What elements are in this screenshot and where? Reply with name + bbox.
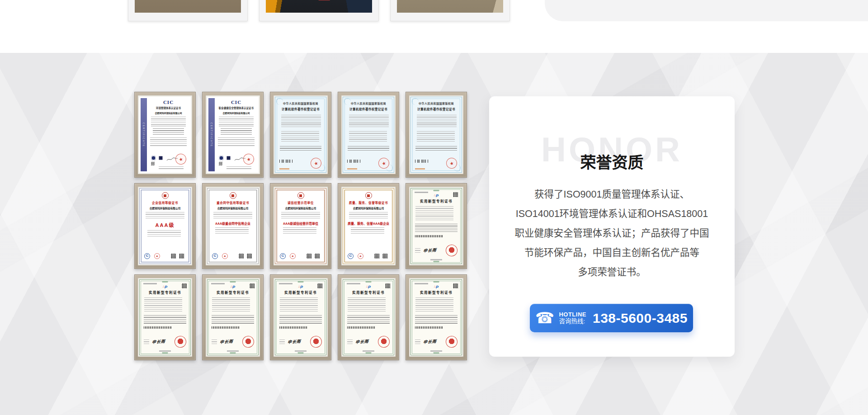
national-emblem-seal — [241, 335, 255, 348]
certificate-number — [415, 168, 425, 170]
national-emblem-seal — [445, 244, 458, 257]
qr-code — [317, 283, 322, 288]
cert-text-lines — [280, 146, 321, 152]
cert-text-lines — [150, 137, 187, 146]
qr-code — [182, 283, 187, 288]
barcode — [279, 160, 293, 163]
cnipa-logo: ∴P — [347, 285, 390, 289]
credit-logo: C — [280, 253, 286, 259]
certificate-number — [211, 283, 225, 284]
cic-logo: CIC — [148, 99, 189, 105]
commissioner-signature: 申长雨 — [151, 338, 165, 345]
cert-text-lines — [144, 315, 186, 324]
cic-logo: CIC — [216, 99, 256, 105]
honor-card: HONOR 荣誉资质 获得了ISO9001质量管理体系认证、 ISO14001环… — [489, 96, 735, 357]
certificate-title: 实用新型专利证书 — [415, 290, 458, 295]
certificate-software-copyright-3[interactable]: 中华人民共和国国家版权局 计算机软件著作权登记证书 ★ — [406, 92, 467, 178]
qr-code — [307, 254, 311, 259]
commissioner-signature: 申长雨 — [423, 338, 437, 345]
honor-description-line: 节能环保产品，中国自主创新名优产品等 — [501, 243, 723, 263]
cert-text-lines — [430, 350, 443, 352]
red-star-seal: ★ — [358, 253, 363, 259]
certificate-title: 计算机软件著作权登记证书 — [346, 107, 391, 111]
certificate-integrity-model-unit[interactable]: 诚信经营示范单位 合肥珂玛环保科技有限公司 AAA级诚信经营示范单位 C ★ — [270, 183, 331, 269]
barcode — [347, 326, 375, 329]
gallery-card-2[interactable] — [259, 0, 379, 21]
certificate-title: 实用新型专利证书 — [279, 290, 322, 295]
cert-text-lines — [415, 206, 453, 222]
construction-photo-excavation — [135, 0, 241, 13]
certificate-number — [347, 283, 360, 284]
cert-text-lines — [212, 340, 217, 345]
credit-logo: C — [144, 253, 150, 259]
national-emblem-seal — [445, 335, 458, 348]
barcode — [415, 160, 429, 163]
certificate-utility-patent-2[interactable]: ∴P 实用新型专利证书 申长雨 — [134, 274, 196, 360]
cnipa-logo: ∴P — [143, 285, 187, 289]
cert-text-lines — [347, 315, 390, 324]
honor-description-line: 职业健康安全管理体系认证；产品获得了中国 — [501, 224, 723, 243]
certificate-authority: 中华人民共和国国家版权局 — [414, 101, 458, 105]
cnipa-logo: ∴P — [211, 285, 255, 289]
cert-text-lines — [363, 350, 375, 352]
certificate-software-copyright-1[interactable]: 中华人民共和国国家版权局 计算机软件著作权登记证书 ★ — [270, 92, 331, 178]
hotline-number: 138-5600-3485 — [593, 311, 688, 326]
red-star-seal: ★ — [242, 153, 255, 165]
cert-text-lines — [279, 315, 322, 324]
certificate-software-copyright-2[interactable]: 中华人民共和国国家版权局 计算机软件著作权登记证书 ★ — [338, 92, 399, 178]
commissioner-signature: 申长雨 — [287, 338, 301, 345]
hotline-button[interactable]: ☎ HOTLINE 咨询热线: 138-5600-3485 — [530, 304, 693, 332]
cert-text-lines — [415, 146, 457, 152]
certificate-number — [279, 283, 292, 284]
qr-code — [179, 254, 184, 259]
certificate-cic-occupational-health[interactable]: CERTIFICATE CIC 职业健康安全管理体系认证证书 合肥珂玛环保科技有… — [202, 92, 264, 178]
cert-text-lines — [430, 259, 443, 260]
certificate-title: 实用新型专利证书 — [211, 290, 255, 295]
cert-text-lines — [417, 131, 455, 143]
cert-text-lines — [347, 340, 353, 345]
certificate-company: 合肥珂玛环保科技有限公司 — [279, 206, 321, 210]
cnipa-logo: ∴P — [415, 193, 458, 198]
certificate-title: 实用新型专利证书 — [347, 290, 390, 295]
gallery-card-3[interactable] — [390, 0, 510, 21]
barcode — [347, 160, 361, 163]
certificate-title: 重合同守信用等级证书 — [212, 200, 254, 205]
cert-text-lines — [415, 248, 420, 254]
certificate-number — [415, 192, 428, 193]
certificate-utility-patent-3[interactable]: ∴P 实用新型专利证书 申长雨 — [202, 274, 264, 360]
red-star-seal: ★ — [310, 157, 322, 170]
certificate-title: 质量、服务、信誉等级证书 — [347, 200, 389, 205]
certificate-contract-trustworthy[interactable]: 重合同守信用等级证书 合肥珂玛环保科技有限公司 AAA级重合同守信用企业 C ★ — [202, 183, 264, 269]
barcode — [279, 326, 307, 329]
certification-mark-logo — [158, 156, 163, 160]
credit-logo: C — [348, 253, 354, 259]
certificate-cic-environment[interactable]: CERTIFICATE CIC 环境管理体系认证证书 合肥珂玛环保科技有限公司 … — [134, 92, 196, 178]
certificate-utility-patent-4[interactable]: ∴P 实用新型专利证书 申长雨 — [270, 274, 331, 360]
gallery-card-1[interactable] — [128, 0, 248, 21]
certificate-company: 合肥珂玛环保科技有限公司 — [212, 206, 254, 210]
previous-section-panel — [545, 0, 868, 21]
national-emblem-seal — [309, 335, 322, 348]
hotline-label-en: HOTLINE — [559, 311, 586, 318]
certificate-grade: AAA级 — [143, 221, 187, 228]
cert-text-lines — [212, 315, 254, 324]
national-emblem-seal — [377, 335, 390, 348]
certificate-quality-service-reputation[interactable]: 质量、服务、信誉等级证书 合肥珂玛环保科技有限公司 质量、服务、信誉AAA级企业… — [338, 183, 399, 269]
cert-text-lines — [281, 212, 320, 220]
qr-code — [453, 192, 458, 197]
certificate-title: 职业健康安全管理体系认证证书 — [218, 106, 255, 109]
barcode — [415, 235, 443, 237]
cert-text-lines — [144, 340, 149, 345]
cert-text-lines — [351, 227, 384, 234]
certificate-number — [347, 168, 357, 170]
cert-text-lines — [415, 297, 453, 313]
certificate-enterprise-credit[interactable]: 企业信用等级证书 合肥珂玛环保科技有限公司 AAA级 C ★ — [134, 183, 196, 269]
construction-photo-tank-pit — [397, 0, 503, 13]
certificate-company: 合肥珂玛环保科技有限公司 — [347, 206, 389, 210]
honor-section: CERTIFICATE CIC 环境管理体系认证证书 合肥珂玛环保科技有限公司 … — [0, 53, 868, 415]
certificate-utility-patent-6[interactable]: ∴P 实用新型专利证书 申长雨 — [406, 274, 467, 360]
section-title: 荣誉资质 — [489, 150, 735, 173]
certificate-utility-patent-5[interactable]: ∴P 实用新型专利证书 申长雨 — [338, 274, 399, 360]
certificate-utility-patent-1[interactable]: ∴P 实用新型专利证书 申长雨 — [406, 183, 467, 269]
certificate-company: 合肥珂玛环保科技有限公司 — [144, 206, 186, 210]
